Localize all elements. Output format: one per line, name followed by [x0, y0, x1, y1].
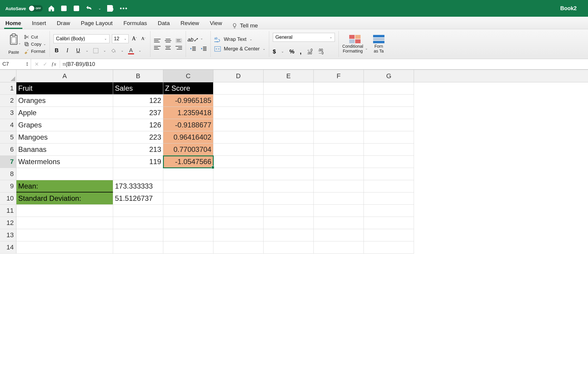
autosave-toggle[interactable]: OFF: [28, 5, 43, 12]
align-middle-button[interactable]: [165, 38, 171, 43]
formula-input[interactable]: =(B7-B9)/B10: [60, 60, 588, 68]
cell-C2[interactable]: -0.9965185: [163, 95, 213, 107]
percent-format-button[interactable]: %: [289, 48, 294, 55]
cell-C14[interactable]: [163, 241, 213, 254]
row-header-3[interactable]: 3: [0, 107, 16, 119]
cell-D7[interactable]: [213, 156, 264, 168]
cell-D14[interactable]: [213, 241, 264, 254]
accounting-dropdown-icon[interactable]: ⌄: [281, 50, 284, 53]
number-format-dropdown-icon[interactable]: ⌄: [330, 35, 332, 39]
font-size-select[interactable]: 12 ⌄: [112, 34, 129, 43]
cell-A2[interactable]: Oranges: [16, 95, 113, 107]
cond-fmt-dropdown-icon[interactable]: ⌄: [365, 47, 368, 50]
cell-E1[interactable]: [264, 82, 314, 95]
cell-G9[interactable]: [364, 180, 414, 192]
row-header-7[interactable]: 7: [0, 156, 16, 168]
underline-dropdown-icon[interactable]: ⌄: [86, 49, 88, 53]
tab-formulas[interactable]: Formulas: [122, 18, 148, 29]
cell-A3[interactable]: Apple: [16, 107, 113, 119]
cell-A11[interactable]: [16, 205, 113, 217]
cell-D12[interactable]: [213, 217, 264, 229]
font-color-button[interactable]: A: [128, 47, 134, 54]
cell-D8[interactable]: [213, 168, 264, 180]
cell-A13[interactable]: [16, 229, 113, 241]
font-name-select[interactable]: Calibri (Body) ⌄: [53, 34, 110, 43]
home-icon[interactable]: [48, 5, 55, 12]
cell-A14[interactable]: [16, 241, 113, 254]
col-header-D[interactable]: D: [213, 70, 264, 82]
cell-G6[interactable]: [364, 144, 414, 156]
row-header-10[interactable]: 10: [0, 192, 16, 205]
cell-B1[interactable]: Sales: [113, 82, 163, 95]
cell-E5[interactable]: [264, 131, 314, 144]
cell-D2[interactable]: [213, 95, 264, 107]
redo-icon[interactable]: [107, 5, 114, 12]
align-top-button[interactable]: [154, 38, 161, 43]
cell-B7[interactable]: 119: [113, 156, 163, 168]
cell-G3[interactable]: [364, 107, 414, 119]
copy-button[interactable]: Copy ⌄: [24, 41, 46, 47]
orientation-button[interactable]: ab⤢: [190, 36, 196, 43]
wrap-text-dropdown-icon[interactable]: ⌄: [250, 37, 252, 41]
align-center-button[interactable]: [165, 45, 171, 50]
cell-G1[interactable]: [364, 82, 414, 95]
name-box-spinner[interactable]: ▲▼: [26, 62, 28, 67]
cell-C9[interactable]: [163, 180, 213, 192]
cell-G10[interactable]: [364, 192, 414, 205]
cell-E6[interactable]: [264, 144, 314, 156]
cell-C10[interactable]: [163, 192, 213, 205]
select-all-corner[interactable]: [0, 70, 16, 82]
increase-indent-button[interactable]: [200, 45, 207, 52]
cell-B5[interactable]: 223: [113, 131, 163, 144]
cell-G4[interactable]: [364, 119, 414, 131]
underline-button[interactable]: U: [75, 47, 81, 54]
cell-B8[interactable]: [113, 168, 163, 180]
cell-C1[interactable]: Z Score: [163, 82, 213, 95]
cell-C13[interactable]: [163, 229, 213, 241]
cell-F14[interactable]: [314, 241, 364, 254]
cell-B3[interactable]: 237: [113, 107, 163, 119]
cell-D4[interactable]: [213, 119, 264, 131]
row-header-1[interactable]: 1: [0, 82, 16, 95]
cell-G11[interactable]: [364, 205, 414, 217]
increase-decimal-button[interactable]: ←0.00: [307, 49, 313, 55]
cell-F3[interactable]: [314, 107, 364, 119]
row-header-8[interactable]: 8: [0, 168, 16, 180]
cell-D1[interactable]: [213, 82, 264, 95]
cell-D11[interactable]: [213, 205, 264, 217]
cell-F9[interactable]: [314, 180, 364, 192]
cell-C7[interactable]: -1.0547566: [163, 156, 213, 168]
col-header-C[interactable]: C: [163, 70, 213, 82]
cell-D5[interactable]: [213, 131, 264, 144]
font-name-dropdown-icon[interactable]: ⌄: [104, 37, 107, 41]
cell-E10[interactable]: [264, 192, 314, 205]
cut-button[interactable]: Cut: [24, 34, 46, 40]
undo-icon[interactable]: [86, 5, 92, 12]
more-icon[interactable]: •••: [120, 5, 126, 12]
row-header-13[interactable]: 13: [0, 229, 16, 241]
col-header-F[interactable]: F: [314, 70, 364, 82]
cell-B2[interactable]: 122: [113, 95, 163, 107]
copy-dropdown-icon[interactable]: ⌄: [43, 42, 46, 46]
merge-center-button[interactable]: Merge & Center ⌄: [214, 46, 265, 52]
row-header-11[interactable]: 11: [0, 205, 16, 217]
bold-button[interactable]: B: [53, 47, 60, 54]
col-header-G[interactable]: G: [364, 70, 414, 82]
cell-F8[interactable]: [314, 168, 364, 180]
row-header-12[interactable]: 12: [0, 217, 16, 229]
cell-F5[interactable]: [314, 131, 364, 144]
undo-dropdown-icon[interactable]: ⌄: [98, 6, 101, 10]
cell-B6[interactable]: 213: [113, 144, 163, 156]
row-header-6[interactable]: 6: [0, 144, 16, 156]
cell-A8[interactable]: [16, 168, 113, 180]
tab-draw[interactable]: Draw: [56, 18, 71, 29]
cell-B4[interactable]: 126: [113, 119, 163, 131]
row-header-4[interactable]: 4: [0, 119, 16, 131]
cell-D10[interactable]: [213, 192, 264, 205]
cell-F6[interactable]: [314, 144, 364, 156]
borders-dropdown-icon[interactable]: ⌄: [103, 49, 106, 53]
cell-C4[interactable]: -0.9188677: [163, 119, 213, 131]
cell-B14[interactable]: [113, 241, 163, 254]
cell-F12[interactable]: [314, 217, 364, 229]
cell-C12[interactable]: [163, 217, 213, 229]
